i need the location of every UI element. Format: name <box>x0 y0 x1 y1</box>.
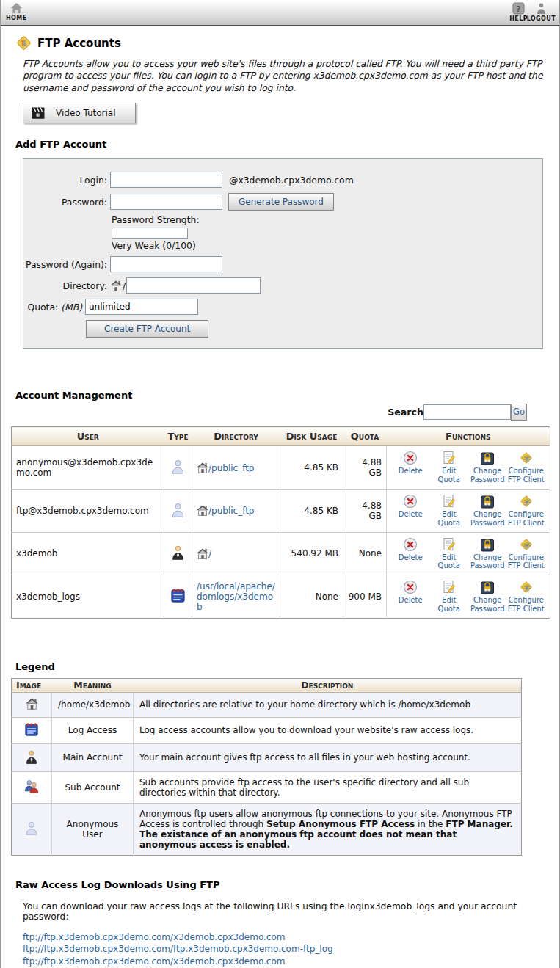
directory-link[interactable]: /usr/local/apache/domlogs/x3demob <box>197 581 275 612</box>
legend-meaning: Main Account <box>52 743 134 771</box>
quota-cell: 4.88 GB <box>343 446 387 490</box>
col-meaning: Meaning <box>52 678 134 692</box>
edit-quota-action[interactable]: Edit Quota <box>430 537 469 571</box>
page-title: FTP Accounts <box>37 37 121 50</box>
delete-action[interactable]: Delete <box>391 451 430 476</box>
home-button[interactable]: HOME <box>6 2 27 21</box>
change-password-action[interactable]: Change Password <box>468 451 507 484</box>
directory-prefix: / <box>123 280 126 291</box>
search-go-button[interactable]: Go <box>511 404 527 421</box>
raw-access-links: ftp://ftp.x3demob.cpx3demo.com/x3demob.c… <box>23 932 559 968</box>
login-label: Login: <box>23 175 110 186</box>
legend-description: Sub accounts provide ftp access to the u… <box>134 771 522 803</box>
raw-log-link[interactable]: ftp://ftp.x3demob.cpx3demo.com/x3demob.c… <box>23 956 559 968</box>
quota-cell: None <box>343 532 387 575</box>
video-tutorial-label: Video Tutorial <box>56 108 116 118</box>
delete-action[interactable]: Delete <box>391 537 430 562</box>
login-input[interactable] <box>110 172 222 188</box>
delete-action[interactable]: Delete <box>391 580 430 605</box>
configure-ftp-client-action[interactable]: Configure FTP Client <box>507 580 546 614</box>
search-row: Search Go <box>1 402 527 421</box>
raw-access-heading: Raw Access Log Downloads Using FTP <box>15 879 559 890</box>
configure-ftp-client-action[interactable]: Configure FTP Client <box>507 451 546 484</box>
help-icon <box>512 2 525 15</box>
logout-button[interactable]: LOGOUT <box>527 2 556 22</box>
quota-input[interactable] <box>85 299 198 315</box>
legend-meaning: /home/x3demob <box>52 692 134 717</box>
legend-icon-cell <box>12 803 52 855</box>
edit-quota-action[interactable]: Edit Quota <box>430 451 469 484</box>
home-icon <box>197 548 208 559</box>
create-ftp-account-button[interactable]: Create FTP Account <box>86 320 208 338</box>
quota-label: Quota: (MB) <box>23 302 85 313</box>
sub-account-icon <box>24 779 39 793</box>
col-description: Description <box>134 678 522 692</box>
change-password-action[interactable]: Change Password <box>468 494 507 528</box>
home-icon <box>197 505 208 516</box>
edit-quota-icon <box>442 537 457 552</box>
top-navigation-bar: HOME HELP LOGOUT <box>1 0 559 26</box>
directory-link[interactable]: /public_ftp <box>208 506 254 516</box>
legend-row: Log Access Log access accounts allow you… <box>12 717 522 743</box>
user-cell: x3demob <box>12 532 164 575</box>
disk-usage-cell: 4.85 KB <box>280 490 343 533</box>
directory-link[interactable]: / <box>208 549 211 559</box>
legend-header-row: Image Meaning Description <box>12 678 522 692</box>
functions-cell: Delete Edit Quota Change Password Config… <box>387 575 550 619</box>
search-input[interactable] <box>423 404 511 420</box>
col-type: Type <box>164 427 192 446</box>
legend-description: Log access accounts allow you to downloa… <box>134 717 522 743</box>
generate-password-button[interactable]: Generate Password <box>228 193 334 211</box>
help-label: HELP <box>509 15 528 22</box>
configure-ftp-client-action[interactable]: Configure FTP Client <box>507 494 546 528</box>
password-input[interactable] <box>110 194 222 210</box>
change-password-action[interactable]: Change Password <box>468 537 507 571</box>
video-tutorial-button[interactable]: Video Tutorial <box>23 103 136 123</box>
help-button[interactable]: HELP <box>509 2 528 22</box>
table-row: x3demob / 540.92 MB None Delete Edit Quo… <box>12 532 550 575</box>
directory-cell: /usr/local/apache/domlogs/x3demob <box>192 575 280 619</box>
directory-input[interactable] <box>126 277 261 294</box>
type-cell <box>164 446 192 490</box>
main-account-icon <box>171 545 185 560</box>
quota-cell: 4.88 GB <box>343 490 387 533</box>
configure-ftp-client-icon <box>519 451 534 465</box>
anonymous-user-icon <box>171 502 185 517</box>
legend-heading: Legend <box>15 661 559 672</box>
edit-quota-action[interactable]: Edit Quota <box>430 494 469 528</box>
edit-quota-icon <box>442 451 457 465</box>
password-again-input[interactable] <box>110 256 222 272</box>
edit-quota-icon <box>442 580 457 594</box>
change-password-icon <box>480 451 495 465</box>
legend-icon-cell <box>12 771 52 803</box>
directory-link[interactable]: /public_ftp <box>208 463 254 473</box>
change-password-action[interactable]: Change Password <box>468 580 507 614</box>
legend-table: Image Meaning Description /home/x3demob … <box>11 678 522 856</box>
type-cell <box>164 490 192 533</box>
raw-log-link[interactable]: ftp://ftp.x3demob.cpx3demo.com/x3demob.c… <box>23 932 559 944</box>
delete-icon <box>403 494 418 509</box>
legend-row: Sub Account Sub accounts provide ftp acc… <box>12 771 522 803</box>
change-password-icon <box>480 494 495 509</box>
legend-description: Anonymous ftp users allow anonymous ftp … <box>134 803 522 855</box>
legend-meaning: Sub Account <box>52 771 134 803</box>
legend-description: Your main account gives ftp access to al… <box>134 743 522 771</box>
configure-ftp-client-action[interactable]: Configure FTP Client <box>507 537 546 571</box>
ftp-accounts-icon <box>15 34 32 51</box>
type-cell <box>164 532 192 575</box>
change-password-icon <box>480 537 495 552</box>
delete-icon <box>403 537 418 552</box>
ftp-accounts-page: HOME HELP LOGOUT FTP Accounts FTP Accoun… <box>0 0 560 968</box>
raw-log-link[interactable]: ftp://ftp.x3demob.cpx3demo.com/ftp.x3dem… <box>23 944 559 956</box>
functions-cell: Delete Edit Quota Change Password Config… <box>387 446 550 490</box>
table-header-row: User Type Directory Disk Usage Quota Fun… <box>12 427 550 446</box>
log-access-icon <box>171 589 185 603</box>
col-image: Image <box>12 678 52 692</box>
delete-action[interactable]: Delete <box>391 494 430 519</box>
legend-meaning: Log Access <box>52 717 134 743</box>
search-label: Search <box>388 407 423 418</box>
col-quota: Quota <box>343 427 387 446</box>
edit-quota-icon <box>442 494 457 509</box>
edit-quota-action[interactable]: Edit Quota <box>430 580 469 614</box>
user-cell: x3demob_logs <box>12 575 164 619</box>
